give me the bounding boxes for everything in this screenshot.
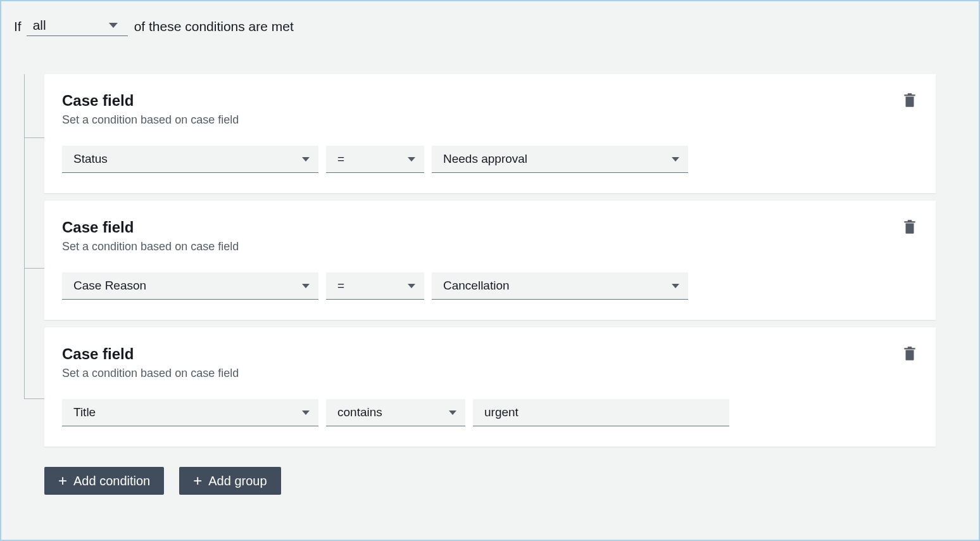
value-value: Cancellation: [443, 279, 510, 293]
caret-down-icon: [109, 23, 118, 28]
card-title: Case field: [62, 92, 239, 110]
trash-icon: [901, 344, 918, 363]
condition-inputs: Status = Needs approval: [62, 146, 918, 173]
operator-select[interactable]: =: [326, 272, 424, 300]
field-value: Status: [73, 152, 108, 166]
tree-connector-vertical: [24, 268, 25, 398]
header-suffix: of these conditions are met: [134, 19, 294, 34]
operator-value: contains: [337, 405, 382, 419]
value-select[interactable]: Cancellation: [432, 272, 688, 300]
caret-down-icon: [449, 411, 456, 415]
condition-card: Case field Set a condition based on case…: [44, 328, 936, 447]
condition-card: Case field Set a condition based on case…: [44, 74, 936, 193]
add-group-button[interactable]: + Add group: [179, 467, 280, 495]
plus-icon: +: [193, 473, 202, 488]
value-select[interactable]: Needs approval: [432, 146, 688, 173]
delete-condition-button[interactable]: [901, 344, 918, 366]
field-select[interactable]: Title: [62, 399, 318, 426]
rule-builder-panel: If all of these conditions are met Case …: [0, 0, 980, 541]
value-text: urgent: [484, 405, 518, 419]
conditions-tree: Case field Set a condition based on case…: [14, 74, 966, 495]
tree-connector-horizontal: [24, 137, 44, 138]
caret-down-icon: [302, 284, 310, 288]
card-subtitle: Set a condition based on case field: [62, 240, 239, 253]
tree-connector-horizontal: [24, 268, 44, 269]
quantifier-select[interactable]: all: [27, 16, 128, 36]
add-group-label: Add group: [208, 474, 267, 488]
caret-down-icon: [408, 157, 415, 162]
caret-down-icon: [302, 411, 310, 415]
value-value: Needs approval: [443, 152, 527, 166]
condition-card: Case field Set a condition based on case…: [44, 201, 936, 320]
plus-icon: +: [58, 473, 67, 488]
operator-value: =: [337, 279, 344, 293]
operator-value: =: [337, 152, 344, 166]
delete-condition-button[interactable]: [901, 217, 918, 239]
field-value: Case Reason: [73, 279, 146, 293]
add-condition-label: Add condition: [73, 474, 150, 488]
quantifier-value: all: [33, 18, 46, 33]
value-input[interactable]: urgent: [473, 399, 729, 426]
caret-down-icon: [672, 157, 679, 162]
condition-inputs: Case Reason = Cancellation: [62, 272, 918, 300]
condition-header: If all of these conditions are met: [14, 16, 966, 36]
operator-select[interactable]: =: [326, 146, 424, 173]
operator-select[interactable]: contains: [326, 399, 465, 426]
field-value: Title: [73, 405, 96, 419]
caret-down-icon: [302, 157, 310, 162]
tree-connector-vertical: [24, 74, 25, 137]
trash-icon: [901, 217, 918, 236]
trash-icon: [901, 91, 918, 110]
field-select[interactable]: Case Reason: [62, 272, 318, 300]
card-title: Case field: [62, 219, 239, 236]
card-subtitle: Set a condition based on case field: [62, 113, 239, 127]
condition-inputs: Title contains urgent: [62, 399, 918, 426]
delete-condition-button[interactable]: [901, 91, 918, 112]
card-subtitle: Set a condition based on case field: [62, 367, 239, 380]
if-label: If: [14, 19, 22, 34]
tree-connector-horizontal: [24, 398, 44, 399]
tree-connector-vertical: [24, 137, 25, 268]
field-select[interactable]: Status: [62, 146, 318, 173]
card-title: Case field: [62, 345, 239, 363]
add-condition-button[interactable]: + Add condition: [44, 467, 164, 495]
caret-down-icon: [672, 284, 679, 288]
caret-down-icon: [408, 284, 415, 288]
action-buttons: + Add condition + Add group: [44, 467, 966, 495]
